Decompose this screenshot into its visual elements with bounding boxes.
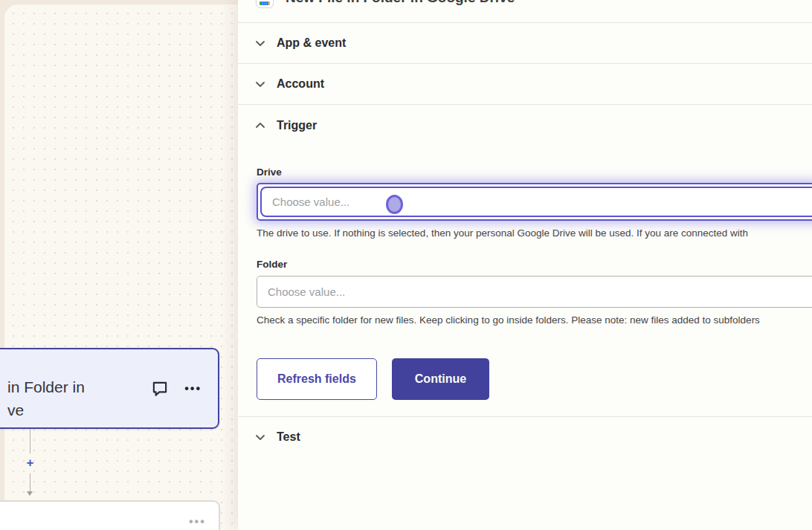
step-header: New File in Folder in Google Drive [238, 0, 812, 23]
drive-help-text: The drive to use. If nothing is selected… [257, 227, 812, 239]
section-label: Trigger [277, 119, 317, 132]
section-label: App & event [277, 36, 346, 50]
next-step-card[interactable]: ••• [0, 500, 220, 530]
cursor-indicator [386, 195, 403, 214]
continue-button[interactable]: Continue [392, 358, 489, 400]
folder-combobox[interactable]: Choose value... [257, 276, 812, 308]
step-card-title: in Folder in ve [7, 349, 150, 421]
chevron-down-icon [254, 431, 266, 443]
drive-combobox[interactable]: Choose value... [260, 187, 812, 217]
ellipsis-icon[interactable]: ••• [184, 382, 202, 395]
ellipsis-icon[interactable]: ••• [189, 515, 206, 529]
form-actions: Refresh fields Continue [257, 358, 812, 400]
chevron-down-icon [254, 37, 266, 49]
step-config-panel: New File in Folder in Google Drive App &… [238, 0, 812, 530]
chevron-down-icon [254, 78, 266, 90]
connector-line [30, 474, 31, 492]
folder-field-label: Folder [257, 259, 812, 270]
step-card-title-line1: in Folder in [7, 375, 150, 398]
trigger-step-card[interactable]: in Folder in ve ••• [0, 348, 219, 429]
step-card-title-line2: ve [7, 398, 150, 421]
drive-field-label: Drive [257, 167, 812, 178]
refresh-fields-button[interactable]: Refresh fields [257, 358, 377, 400]
workflow-canvas[interactable]: in Folder in ve ••• + ••• [0, 0, 238, 530]
trigger-form: Drive Choose value... The drive to use. … [238, 167, 812, 400]
drive-field-focus-ring: Choose value... [257, 183, 812, 221]
google-drive-icon [256, 0, 274, 8]
step-title: New File in Folder in Google Drive [286, 0, 515, 5]
connector-line [30, 429, 31, 453]
canvas-dot-grid [4, 4, 238, 530]
section-test[interactable]: Test [238, 417, 812, 457]
section-label: Test [277, 430, 300, 444]
chevron-up-icon [254, 120, 266, 132]
drive-placeholder: Choose value... [272, 195, 349, 208]
add-step-button[interactable]: + [25, 456, 36, 471]
comment-icon[interactable] [150, 379, 170, 398]
folder-placeholder: Choose value... [268, 285, 345, 298]
folder-help-text: Check a specific folder for new files. K… [257, 314, 812, 326]
section-trigger[interactable]: Trigger [238, 105, 812, 146]
section-app-event[interactable]: App & event [238, 23, 812, 64]
section-label: Account [277, 77, 324, 91]
section-account[interactable]: Account [238, 64, 812, 105]
arrow-down-icon [27, 491, 33, 496]
